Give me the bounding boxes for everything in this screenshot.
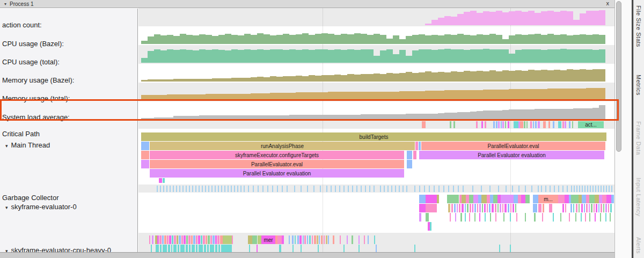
track-label-critical-path[interactable]: Critical Path [2, 130, 40, 138]
trace-slice[interactable] [407, 160, 412, 168]
trace-slice[interactable] [602, 195, 606, 203]
trace-slice[interactable] [581, 213, 582, 222]
trace-slice[interactable] [487, 204, 488, 212]
trace-slice[interactable] [570, 204, 572, 212]
trace-slice[interactable] [610, 213, 611, 222]
trace-slice[interactable] [481, 195, 487, 203]
trace-slice[interactable] [180, 245, 185, 252]
counter-chart-action-count[interactable] [141, 10, 605, 25]
trace-slice[interactable] [210, 245, 214, 252]
trace-slice[interactable] [493, 195, 497, 203]
trace-slice[interactable] [477, 204, 478, 212]
trace-slice[interactable]: skyframeExecutor.configureTargets [150, 151, 404, 159]
trace-slice[interactable] [343, 245, 345, 252]
trace-slice[interactable] [484, 204, 486, 212]
trace-slice[interactable] [493, 121, 495, 128]
trace-slice[interactable] [606, 195, 611, 203]
trace-slice[interactable] [485, 213, 486, 222]
trace-slice[interactable] [485, 121, 486, 128]
trace-slice[interactable] [199, 245, 203, 252]
trace-slice[interactable] [156, 245, 159, 252]
trace-slice[interactable] [168, 245, 170, 252]
trace-slice[interactable] [208, 235, 210, 244]
trace-slice[interactable] [184, 235, 186, 244]
trace-slice[interactable] [497, 204, 499, 212]
trace-slice[interactable] [495, 204, 496, 212]
trace-slice[interactable] [426, 213, 429, 222]
trace-slice[interactable] [457, 204, 458, 212]
trace-slice[interactable] [352, 235, 353, 244]
trace-slice[interactable] [282, 235, 284, 244]
trace-slice[interactable] [472, 204, 473, 212]
counter-chart-cpu-usage-total[interactable] [141, 47, 605, 63]
trace-slice[interactable] [530, 121, 532, 128]
trace-slice[interactable] [516, 213, 517, 222]
trace-slice[interactable] [203, 235, 205, 244]
trace-slice[interactable] [514, 121, 518, 128]
trace-slice[interactable] [218, 245, 220, 252]
trace-slice[interactable] [501, 121, 502, 128]
trace-slice[interactable]: m... [538, 195, 558, 203]
trace-slice[interactable] [201, 235, 202, 244]
trace-slice[interactable] [596, 204, 597, 212]
trace-slice[interactable] [489, 204, 491, 212]
trace-slice[interactable] [594, 204, 595, 212]
trace-slice[interactable] [608, 204, 609, 212]
track-label-cpu-usage-bazel[interactable]: CPU usage (Bazel): [2, 40, 64, 48]
collapse-arrow-icon[interactable]: ▾ [5, 143, 8, 149]
trace-slice[interactable] [492, 204, 494, 212]
trace-slice[interactable] [419, 142, 421, 150]
trace-slice[interactable] [309, 235, 311, 244]
trace-slice[interactable] [451, 204, 453, 212]
counter-chart-memory-usage-bazel[interactable] [141, 66, 605, 82]
trace-slice[interactable] [469, 195, 473, 203]
trace-slice[interactable] [460, 213, 462, 222]
trace-slice[interactable] [181, 235, 183, 244]
trace-slice[interactable]: act... [578, 121, 604, 128]
trace-slice[interactable] [562, 204, 564, 212]
trace-slice[interactable] [419, 213, 421, 222]
trace-slice[interactable]: ParallelEvaluator.eval [421, 142, 605, 150]
skyframe-evaluator-cpu-heavy-0-track[interactable]: mer [138, 235, 614, 252]
trace-slice[interactable] [515, 204, 516, 212]
trace-slice[interactable] [526, 121, 528, 128]
skyframe-evaluator-0-track[interactable]: m... [138, 195, 614, 231]
track-label-skyframe-evaluator-0[interactable]: ▾skyframe-evaluator-0 [2, 203, 77, 211]
trace-slice[interactable] [447, 195, 459, 203]
trace-slice[interactable] [174, 235, 176, 244]
trace-slice[interactable] [454, 204, 456, 212]
trace-slice[interactable] [248, 235, 252, 244]
trace-slice[interactable] [178, 245, 179, 252]
trace-slice[interactable] [465, 204, 466, 212]
trace-slice[interactable] [289, 235, 290, 244]
trace-slice[interactable] [419, 195, 426, 203]
trace-slice[interactable] [549, 204, 552, 212]
trace-slice[interactable] [498, 121, 500, 128]
trace-slice[interactable] [171, 245, 172, 252]
trace-slice[interactable] [586, 204, 588, 212]
vertical-scrollbar-thumb[interactable] [616, 1, 621, 152]
trace-slice[interactable] [479, 213, 480, 222]
trace-slice[interactable] [173, 245, 177, 252]
trace-slice[interactable] [167, 235, 169, 244]
garbage-collector-track[interactable] [138, 186, 614, 193]
trace-slice[interactable] [419, 204, 426, 212]
trace-slice[interactable] [277, 235, 282, 244]
trace-slice[interactable] [149, 235, 150, 244]
trace-slice[interactable] [407, 151, 412, 159]
trace-slice[interactable] [324, 235, 325, 244]
trace-slice[interactable] [196, 235, 197, 244]
tab-metrics[interactable]: Metrics [635, 75, 642, 95]
trace-slice[interactable] [467, 204, 469, 212]
trace-slice[interactable] [482, 204, 483, 212]
tab-input-latency[interactable]: Input Latency [635, 178, 642, 217]
trace-slice[interactable] [414, 245, 415, 252]
trace-slice[interactable] [520, 121, 523, 128]
trace-slice[interactable] [303, 235, 304, 244]
trace-slice[interactable] [152, 235, 153, 244]
trace-slice[interactable] [448, 204, 450, 212]
trace-slice[interactable] [459, 204, 460, 212]
trace-slice[interactable] [534, 213, 536, 222]
trace-slice[interactable] [413, 151, 416, 159]
trace-slice[interactable] [141, 160, 149, 168]
